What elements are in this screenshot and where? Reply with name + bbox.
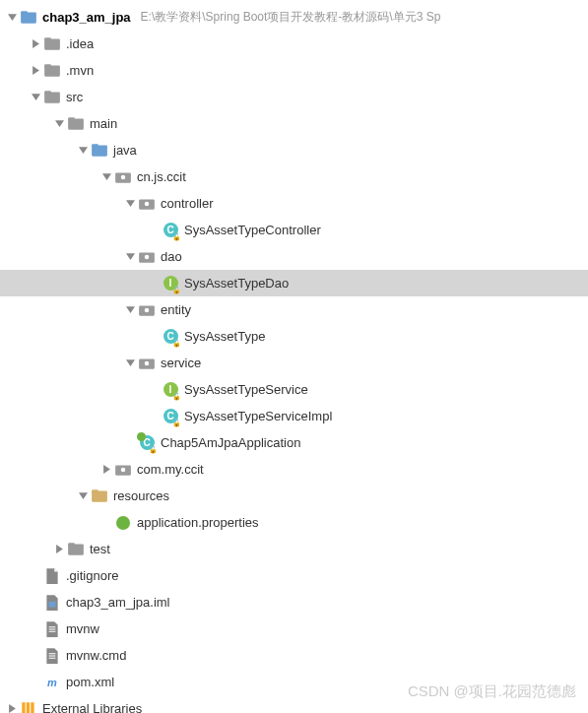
collapse-arrow-icon[interactable] — [28, 63, 43, 79]
package-icon — [138, 301, 156, 319]
dao-interface-row[interactable]: I🔓 SysAssetTypeDao — [0, 270, 588, 296]
folder-label: .mvn — [66, 63, 94, 78]
svg-rect-11 — [92, 144, 98, 147]
folder-icon — [67, 115, 85, 133]
interface-icon: I🔓 — [162, 275, 179, 292]
ext-libs-row[interactable]: External Libraries — [0, 695, 588, 713]
project-root-row[interactable]: chap3_am_jpa E:\教学资料\Spring Boot项目开发教程-教… — [0, 4, 588, 31]
resources-folder-icon — [91, 487, 108, 505]
class-icon: C🔓 — [162, 328, 179, 346]
svg-point-23 — [121, 467, 126, 472]
expand-arrow-icon[interactable] — [122, 196, 138, 212]
pom-row[interactable]: m pom.xml — [0, 669, 588, 695]
folder-label: java — [113, 143, 137, 158]
java-folder-row[interactable]: java — [0, 137, 588, 163]
module-icon — [20, 9, 37, 27]
folder-icon — [43, 89, 61, 106]
controller-pkg-row[interactable]: controller — [0, 190, 588, 217]
class-icon: C🔓 — [162, 222, 179, 239]
interface-icon: I🔓 — [162, 381, 179, 399]
package-label: entity — [161, 302, 191, 317]
svg-rect-29 — [22, 702, 25, 713]
package-icon — [138, 355, 156, 372]
gitignore-row[interactable]: .gitignore — [0, 562, 588, 589]
module-file-icon — [43, 594, 61, 612]
test-folder-row[interactable]: test — [0, 536, 588, 562]
file-label: mvnw — [66, 621, 99, 636]
iml-row[interactable]: chap3_am_jpa.iml — [0, 589, 588, 616]
expand-arrow-icon[interactable] — [122, 356, 138, 371]
controller-class-row[interactable]: C🔓 SysAssetTypeController — [0, 217, 588, 243]
file-label: application.properties — [137, 515, 259, 530]
package-label: dao — [161, 249, 182, 264]
expand-arrow-icon[interactable] — [122, 302, 138, 318]
library-icon — [20, 700, 37, 714]
app-class-row[interactable]: C🔓 Chap5AmJpaApplication — [0, 429, 588, 456]
svg-rect-5 — [44, 64, 51, 67]
expand-arrow-icon[interactable] — [75, 143, 91, 159]
main-folder-row[interactable]: main — [0, 110, 588, 137]
entity-class-row[interactable]: C🔓 SysAssetType — [0, 323, 588, 350]
package-root-row[interactable]: cn.js.ccit — [0, 163, 588, 190]
file-label: .gitignore — [66, 568, 118, 583]
package-other-row[interactable]: com.my.ccit — [0, 456, 588, 483]
app-props-row[interactable]: application.properties — [0, 509, 588, 536]
service-interface-row[interactable]: I🔓 SysAssetTypeService — [0, 376, 588, 403]
svg-point-13 — [121, 174, 126, 179]
expand-arrow-icon[interactable] — [51, 116, 67, 132]
maven-icon: m — [43, 674, 61, 691]
svg-rect-30 — [27, 702, 30, 713]
expand-arrow-icon[interactable] — [98, 169, 114, 185]
collapse-arrow-icon[interactable] — [4, 701, 20, 714]
file-label: pom.xml — [66, 675, 114, 689]
collapse-arrow-icon[interactable] — [51, 542, 67, 557]
svg-point-17 — [145, 254, 150, 259]
file-label: mvnw.cmd — [66, 648, 126, 663]
class-label: SysAssetType — [184, 329, 265, 344]
folder-icon — [67, 541, 85, 558]
package-icon — [138, 248, 156, 266]
expand-arrow-icon[interactable] — [122, 249, 138, 265]
ext-libs-label: External Libraries — [42, 701, 142, 713]
svg-rect-25 — [92, 489, 98, 492]
interface-label: SysAssetTypeService — [184, 382, 308, 397]
collapse-arrow-icon[interactable] — [98, 462, 114, 478]
folder-label: main — [90, 116, 117, 131]
package-icon — [138, 195, 156, 213]
dao-pkg-row[interactable]: dao — [0, 243, 588, 270]
package-icon — [114, 461, 132, 479]
project-path: E:\教学资料\Spring Boot项目开发教程-教材源码\单元3 Sp — [141, 9, 441, 26]
service-impl-row[interactable]: C🔓 SysAssetTypeServiceImpl — [0, 403, 588, 429]
source-folder-icon — [91, 142, 108, 160]
package-label: service — [161, 356, 201, 370]
folder-icon — [43, 62, 61, 80]
collapse-arrow-icon[interactable] — [28, 36, 43, 52]
expand-arrow-icon[interactable] — [28, 90, 43, 105]
mvnw-row[interactable]: mvnw — [0, 616, 588, 642]
file-icon — [43, 620, 61, 638]
class-icon: C🔓 — [162, 408, 179, 425]
package-label: controller — [161, 196, 213, 211]
service-pkg-row[interactable]: service — [0, 350, 588, 376]
mvnw-cmd-row[interactable]: mvnw.cmd — [0, 642, 588, 669]
class-label: SysAssetTypeServiceImpl — [184, 409, 332, 423]
expand-arrow-icon[interactable] — [75, 488, 91, 504]
svg-rect-27 — [68, 543, 75, 546]
resources-folder-row[interactable]: resources — [0, 483, 588, 509]
svg-rect-31 — [31, 702, 33, 713]
folder-label: resources — [113, 488, 169, 503]
idea-folder-row[interactable]: .idea — [0, 31, 588, 57]
svg-rect-1 — [21, 11, 28, 14]
mvn-folder-row[interactable]: .mvn — [0, 57, 588, 84]
class-label: Chap5AmJpaApplication — [161, 435, 300, 450]
entity-pkg-row[interactable]: entity — [0, 296, 588, 323]
src-folder-row[interactable]: src — [0, 84, 588, 110]
expand-arrow-icon[interactable] — [4, 10, 20, 26]
package-label: cn.js.ccit — [137, 169, 186, 184]
file-icon — [43, 567, 61, 585]
svg-point-19 — [145, 307, 150, 312]
svg-rect-7 — [44, 91, 51, 94]
class-label: SysAssetTypeController — [184, 223, 321, 237]
folder-label: .idea — [66, 36, 94, 51]
folder-icon — [43, 35, 61, 53]
